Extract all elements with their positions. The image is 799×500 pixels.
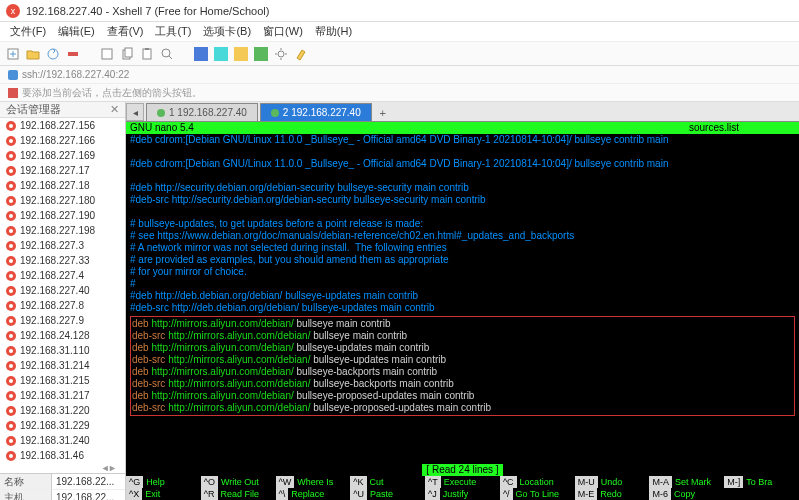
session-icon (6, 376, 16, 386)
highlight-icon[interactable] (294, 47, 308, 61)
session-item[interactable]: 192.168.227.4 (0, 268, 125, 283)
menu-help[interactable]: 帮助(H) (309, 24, 358, 39)
session-label: 192.168.31.110 (20, 345, 90, 356)
editor-line: deb-src http://mirrors.aliyun.com/debian… (132, 402, 793, 414)
search-icon[interactable] (160, 47, 174, 61)
nano-shortcut: M-UUndo (575, 476, 650, 488)
paste-icon[interactable] (140, 47, 154, 61)
session-label: 192.168.31.46 (20, 450, 84, 461)
svg-rect-6 (143, 49, 151, 59)
tab-session-2[interactable]: 2 192.168.227.40 (260, 103, 372, 121)
nano-shortcut: ^KCut (350, 476, 425, 488)
open-icon[interactable] (26, 47, 40, 61)
session-label: 192.168.31.214 (20, 360, 90, 371)
properties-icon[interactable] (100, 47, 114, 61)
menu-edit[interactable]: 编辑(E) (52, 24, 101, 39)
session-item[interactable]: 192.168.227.198 (0, 223, 125, 238)
copy-icon[interactable] (120, 47, 134, 61)
hint-text: 要添加当前会话，点击左侧的箭头按钮。 (22, 86, 202, 100)
session-item[interactable]: 192.168.31.110 (0, 343, 125, 358)
session-icon (6, 316, 16, 326)
session-item[interactable]: 192.168.31.217 (0, 388, 125, 403)
settings-icon[interactable] (274, 47, 288, 61)
editor-line: #deb-src http://deb.debian.org/debian/ b… (130, 302, 795, 314)
svg-rect-3 (102, 49, 112, 59)
font-cyan-icon[interactable] (214, 47, 228, 61)
address-bar[interactable]: ssh://192.168.227.40:22 (0, 66, 799, 84)
right-panel: ◂ 1 192.168.227.40 2 192.168.227.40 + GN… (126, 102, 799, 500)
session-item[interactable]: 192.168.31.215 (0, 373, 125, 388)
session-item[interactable]: 192.168.227.8 (0, 298, 125, 313)
session-scroll-arrows[interactable]: ◄ ► (0, 463, 125, 473)
menu-view[interactable]: 查看(V) (101, 24, 150, 39)
session-item[interactable]: 192.168.24.128 (0, 328, 125, 343)
reconnect-icon[interactable] (46, 47, 60, 61)
session-item[interactable]: 192.168.31.214 (0, 358, 125, 373)
editor-line: # bullseye-updates, to get updates befor… (130, 218, 795, 230)
hint-bar: 要添加当前会话，点击左侧的箭头按钮。 (0, 84, 799, 102)
tab-bar: ◂ 1 192.168.227.40 2 192.168.227.40 + (126, 102, 799, 122)
nano-shortcut: ^\Replace (276, 488, 351, 500)
editor-line: deb http://mirrors.aliyun.com/debian/ bu… (132, 390, 793, 402)
session-item[interactable]: 192.168.31.220 (0, 403, 125, 418)
terminal[interactable]: GNU nano 5.4 sources.list #deb cdrom:[De… (126, 122, 799, 500)
font-green-icon[interactable] (254, 47, 268, 61)
session-label: 192.168.31.240 (20, 435, 90, 446)
session-item[interactable]: 192.168.227.18 (0, 178, 125, 193)
ssh-icon (8, 70, 18, 80)
svg-point-8 (162, 49, 170, 57)
menu-tools[interactable]: 工具(T) (149, 24, 197, 39)
session-icon (6, 211, 16, 221)
session-item[interactable]: 192.168.227.40 (0, 283, 125, 298)
session-label: 192.168.227.33 (20, 255, 90, 266)
nano-shortcut: ^XExit (126, 488, 201, 500)
session-item[interactable]: 192.168.227.33 (0, 253, 125, 268)
session-label: 192.168.227.4 (20, 270, 84, 281)
menu-tabs[interactable]: 选项卡(B) (197, 24, 257, 39)
session-item[interactable]: 192.168.31.240 (0, 433, 125, 448)
session-item[interactable]: 192.168.31.229 (0, 418, 125, 433)
session-icon (6, 241, 16, 251)
tab-status-icon (157, 109, 165, 117)
session-manager: 会话管理器 ✕ 192.168.227.156192.168.227.16619… (0, 102, 126, 500)
font-blue-icon[interactable] (194, 47, 208, 61)
nano-read-status: [ Read 24 lines ] (126, 464, 799, 476)
nano-shortcut: ^TExecute (425, 476, 500, 488)
svg-rect-11 (234, 47, 248, 61)
session-icon (6, 256, 16, 266)
session-label: 192.168.31.217 (20, 390, 90, 401)
session-item[interactable]: 192.168.227.180 (0, 193, 125, 208)
svg-rect-5 (125, 48, 132, 57)
session-item[interactable]: 192.168.227.169 (0, 148, 125, 163)
prop-host-label: 主机 (0, 490, 52, 500)
session-icon (6, 196, 16, 206)
add-tab-button[interactable]: + (375, 105, 391, 121)
tab-status-icon (271, 109, 279, 117)
session-item[interactable]: 192.168.227.9 (0, 313, 125, 328)
nano-shortcut (724, 488, 799, 500)
svg-rect-9 (194, 47, 208, 61)
nano-shortcut: M-ERedo (575, 488, 650, 500)
session-manager-close-icon[interactable]: ✕ (110, 103, 119, 116)
session-label: 192.168.31.220 (20, 405, 90, 416)
session-item[interactable]: 192.168.227.3 (0, 238, 125, 253)
nano-editor-body[interactable]: #deb cdrom:[Debian GNU/Linux 11.0.0 _Bul… (126, 134, 799, 416)
new-session-icon[interactable] (6, 47, 20, 61)
menu-file[interactable]: 文件(F) (4, 24, 52, 39)
session-item[interactable]: 192.168.31.46 (0, 448, 125, 463)
tab-list-icon[interactable]: ◂ (126, 103, 144, 121)
session-icon (6, 391, 16, 401)
session-item[interactable]: 192.168.227.156 (0, 118, 125, 133)
session-label: 192.168.227.198 (20, 225, 95, 236)
session-item[interactable]: 192.168.227.166 (0, 133, 125, 148)
session-icon (6, 406, 16, 416)
disconnect-icon[interactable] (66, 47, 80, 61)
session-item[interactable]: 192.168.227.190 (0, 208, 125, 223)
session-label: 192.168.31.229 (20, 420, 90, 431)
menu-window[interactable]: 窗口(W) (257, 24, 309, 39)
editor-line: #deb cdrom:[Debian GNU/Linux 11.0.0 _Bul… (130, 134, 795, 146)
session-icon (6, 451, 16, 461)
font-yellow-icon[interactable] (234, 47, 248, 61)
tab-session-1[interactable]: 1 192.168.227.40 (146, 103, 258, 121)
session-item[interactable]: 192.168.227.17 (0, 163, 125, 178)
